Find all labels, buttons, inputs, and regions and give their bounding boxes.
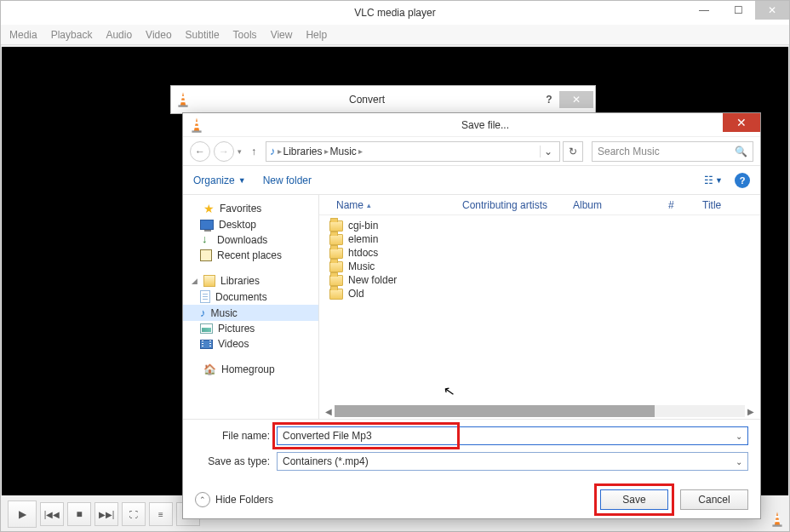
list-item[interactable]: cgi-bin [319,219,760,232]
col-name[interactable]: Name▴ [329,199,455,211]
vlc-titlebar: VLC media player — ☐ ✕ [1,1,789,25]
search-placeholder: Search Music [598,146,660,157]
fullscreen-button[interactable]: ⛶ [122,502,146,526]
file-list: cgi-bin elemin htdocs Music New folder O… [319,215,760,403]
menu-media[interactable]: Media [9,29,37,41]
save-title: Save file... [210,119,760,131]
chevron-down-icon[interactable]: ⌄ [736,457,742,466]
maximize-button[interactable]: ☐ [721,1,755,20]
scroll-thumb[interactable] [335,405,655,417]
playlist-button[interactable]: ≡ [149,502,173,526]
tree-homegroup[interactable]: 🏠Homegroup [183,362,318,377]
minimize-button[interactable]: — [687,1,721,20]
save-footer: ⌃ Hide Folders Save Cancel [183,481,760,518]
save-button[interactable]: Save [600,489,668,510]
up-button[interactable]: ↑ [245,143,262,160]
tree-item-recent[interactable]: Recent places [183,248,318,263]
saveas-select[interactable]: Containers (*.mp4) ⌄ [277,452,748,471]
svg-rect-9 [195,122,199,123]
list-item[interactable]: New folder [319,273,760,287]
close-button[interactable]: ✕ [755,1,789,20]
menu-video[interactable]: Video [146,29,171,41]
music-icon: ♪ [270,145,276,157]
menu-help[interactable]: Help [306,29,327,41]
video-icon [200,340,213,349]
tree-item-videos[interactable]: Videos [183,336,318,352]
col-contributing[interactable]: Contributing artists [455,199,566,211]
help-button[interactable]: ? [539,94,559,106]
chevron-down-icon: ▼ [238,176,246,185]
menu-audio[interactable]: Audio [106,29,132,41]
svg-rect-2 [775,520,780,522]
scroll-right-icon[interactable]: ▶ [745,405,757,417]
breadcrumb-libraries[interactable]: Libraries [283,146,323,157]
sort-asc-icon: ▴ [367,201,371,209]
breadcrumb-music[interactable]: Music [330,146,357,157]
cancel-button[interactable]: Cancel [680,489,748,510]
saveas-label: Save as type: [195,455,277,467]
tree-item-documents[interactable]: Documents [183,289,318,305]
svg-rect-5 [181,96,186,98]
tree-item-pictures[interactable]: Pictures [183,321,318,336]
menu-view[interactable]: View [271,29,293,41]
svg-marker-8 [194,117,199,131]
play-button[interactable]: ▶ [8,501,37,528]
music-icon: ♪ [200,306,206,319]
breadcrumb[interactable]: ♪ ▸ Libraries ▸ Music ▸ ⌄ [266,141,560,162]
tree-favorites[interactable]: ★Favorites [183,200,318,217]
list-item[interactable]: htdocs [319,246,760,260]
picture-icon [200,323,213,334]
menu-subtitle[interactable]: Subtitle [186,29,220,41]
folder-icon [329,220,343,232]
scroll-track[interactable] [335,405,745,417]
list-item[interactable]: Old [319,287,760,300]
chevron-right-icon: ▸ [358,146,363,156]
scroll-left-icon[interactable]: ◀ [323,405,335,417]
new-folder-button[interactable]: New folder [263,174,312,186]
filename-label: File name: [195,430,277,442]
hide-folders-button[interactable]: ⌃ Hide Folders [195,492,273,507]
folder-icon [329,289,343,300]
search-input[interactable]: Search Music 🔍 [592,141,753,162]
next-button[interactable]: ▶▶| [94,502,118,526]
column-headers: Name▴ Contributing artists Album # Title [319,195,760,215]
back-button[interactable]: ← [190,141,210,162]
download-icon [200,234,212,246]
horizontal-scrollbar[interactable]: ◀ ▶ [319,403,760,419]
tree-item-downloads[interactable]: Downloads [183,232,318,248]
save-toolbar: Organize ▼ New folder ☷ ▼ ? [183,166,760,195]
tree-item-music[interactable]: ♪Music [183,305,318,321]
tree-libraries[interactable]: ◢Libraries [183,273,318,289]
close-button[interactable]: ✕ [559,91,593,108]
filename-input[interactable]: Converted File Mp3 ⌄ [277,426,748,445]
convert-dialog: Convert ? ✕ [170,85,596,114]
close-button[interactable]: ✕ [723,113,760,132]
col-title[interactable]: Title [696,199,750,211]
star-icon: ★ [203,202,215,215]
list-item[interactable]: Music [319,260,760,273]
folder-icon [329,234,343,245]
chevron-right-icon: ▸ [278,146,282,156]
menu-tools[interactable]: Tools [233,29,257,41]
recent-dropdown-icon[interactable]: ▾ [238,147,242,156]
col-number[interactable]: # [661,199,696,211]
vlc-cone-icon [190,117,203,134]
save-titlebar: Save file... ✕ [183,113,760,137]
refresh-button[interactable]: ↻ [563,141,583,162]
stop-button[interactable]: ■ [67,502,91,526]
view-icon: ☷ [704,174,713,186]
help-button[interactable]: ? [735,173,750,188]
svg-rect-11 [192,130,201,132]
chevron-down-icon: ◢ [192,277,198,285]
col-album[interactable]: Album [566,199,661,211]
breadcrumb-dropdown[interactable]: ⌄ [540,146,556,157]
chevron-down-icon[interactable]: ⌄ [736,432,742,441]
view-button[interactable]: ☷ ▼ [704,174,723,186]
forward-button[interactable]: → [214,141,234,162]
organize-button[interactable]: Organize ▼ [193,174,246,186]
tree-item-desktop[interactable]: Desktop [183,217,318,232]
menu-playback[interactable]: Playback [51,29,93,41]
prev-button[interactable]: |◀◀ [40,502,64,526]
list-item[interactable]: elemin [319,232,760,246]
chevron-right-icon: ▸ [324,146,329,156]
